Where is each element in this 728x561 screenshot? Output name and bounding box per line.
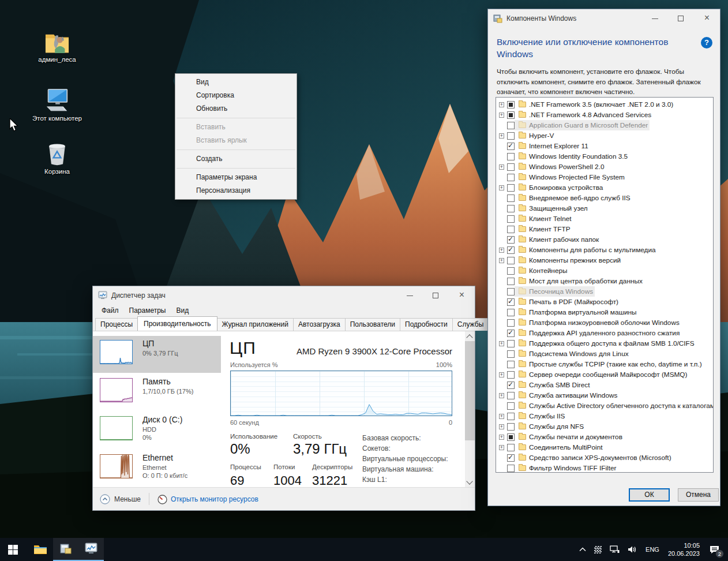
expand-icon[interactable]: +	[499, 258, 504, 263]
tray-grid-icon[interactable]	[590, 538, 606, 561]
feature-item[interactable]: +Клиент TFTP	[496, 224, 713, 234]
fewer-details-button[interactable]: Меньше	[100, 493, 141, 506]
scroll-up-icon[interactable]	[466, 334, 472, 341]
minimize-button[interactable]	[397, 286, 423, 305]
volume-icon[interactable]	[624, 538, 641, 561]
close-button[interactable]: ×	[694, 9, 720, 28]
perf-sidebar-item-disk[interactable]: Диск 0 (C:)HDD0%	[93, 412, 221, 449]
feature-item[interactable]: +Подсистема Windows для Linux	[496, 349, 713, 359]
feature-item[interactable]: +Соединитель MultiPoint	[496, 442, 713, 452]
cpu-usage-chart[interactable]	[230, 371, 452, 416]
tab-Журнал приложений[interactable]: Журнал приложений	[217, 318, 294, 331]
expand-icon[interactable]: +	[499, 133, 504, 139]
feature-checkbox[interactable]	[507, 278, 515, 285]
cancel-button[interactable]: Отмена	[678, 488, 719, 502]
feature-item[interactable]: +Компоненты для работы с мультимедиа	[496, 245, 713, 255]
feature-checkbox[interactable]	[507, 371, 515, 379]
expand-icon[interactable]: +	[499, 113, 504, 118]
expand-icon[interactable]: +	[499, 435, 504, 440]
feature-checkbox[interactable]	[507, 340, 515, 347]
feature-item[interactable]: +Средство записи XPS-документов (Microso…	[496, 452, 713, 463]
windows-features-titlebar[interactable]: Компоненты Windows ×	[488, 9, 720, 28]
feature-checkbox[interactable]	[507, 236, 515, 244]
clock[interactable]: 10:05 20.06.2023	[663, 541, 704, 558]
feature-checkbox[interactable]	[507, 215, 515, 223]
feature-item[interactable]: +Windows Identity Foundation 3.5	[496, 151, 713, 162]
feature-item[interactable]: +Платформа низкоуровневой оболочки Windo…	[496, 317, 713, 328]
feature-checkbox[interactable]	[507, 101, 515, 109]
help-icon[interactable]: ?	[701, 37, 712, 48]
feature-item[interactable]: +Блокировка устройства	[496, 182, 713, 193]
feature-item[interactable]: +Службы Active Directory облегченного до…	[496, 401, 713, 411]
maximize-button[interactable]	[668, 9, 694, 28]
feature-checkbox[interactable]	[507, 361, 515, 368]
feature-checkbox[interactable]	[507, 226, 515, 233]
ok-button[interactable]: ОК	[629, 488, 670, 502]
feature-checkbox[interactable]	[507, 174, 515, 181]
tray-chevron-icon[interactable]	[575, 538, 590, 561]
feature-item[interactable]: +Песочница Windows	[496, 286, 713, 297]
feature-checkbox[interactable]	[507, 465, 515, 472]
feature-checkbox[interactable]	[507, 111, 515, 119]
expand-icon[interactable]: +	[499, 164, 504, 170]
feature-checkbox[interactable]	[507, 153, 515, 160]
context-menu-item[interactable]: Персонализация	[175, 184, 297, 197]
feature-item[interactable]: +Платформа виртуальной машины	[496, 307, 713, 317]
menu-3[interactable]: Вид	[171, 305, 194, 317]
desktop-icon-3[interactable]: Корзина	[30, 141, 84, 175]
feature-checkbox[interactable]	[507, 288, 515, 296]
tab-Подробности[interactable]: Подробности	[400, 318, 453, 331]
minimize-button[interactable]	[642, 9, 668, 28]
feature-checkbox[interactable]	[507, 319, 515, 327]
expand-icon[interactable]: +	[499, 424, 504, 429]
feature-item[interactable]: +Компоненты прежних версий	[496, 255, 713, 265]
language-indicator[interactable]: ENG	[641, 538, 663, 561]
feature-checkbox[interactable]	[507, 330, 515, 337]
feature-checkbox[interactable]	[507, 143, 515, 150]
feature-checkbox[interactable]	[507, 309, 515, 316]
expand-icon[interactable]: +	[499, 414, 504, 419]
desktop[interactable]: админ_лесаЭтот компьютерКорзина ВидСорти…	[0, 0, 728, 561]
feature-checkbox[interactable]	[507, 423, 515, 431]
feature-item[interactable]: +Windows Projected File System	[496, 172, 713, 182]
feature-checkbox[interactable]	[507, 132, 515, 140]
perf-sidebar-item-memory[interactable]: Память1,7/10,0 ГБ (17%)	[93, 374, 221, 411]
scrollbar[interactable]	[465, 331, 475, 487]
feature-item[interactable]: +Поддержка API удаленного разностного сж…	[496, 328, 713, 338]
context-menu-item[interactable]: Создать	[175, 152, 297, 166]
feature-item[interactable]: +Application Guard в Microsoft Defender	[496, 120, 713, 130]
feature-item[interactable]: +.NET Framework 4.8 Advanced Services	[496, 110, 713, 120]
feature-checkbox[interactable]	[507, 246, 515, 254]
feature-checkbox[interactable]	[507, 402, 515, 410]
menu-2[interactable]: Параметры	[124, 305, 171, 317]
close-button[interactable]: ×	[449, 286, 475, 305]
feature-item[interactable]: +Простые службы TCPIP (такие как echo, d…	[496, 359, 713, 369]
feature-item[interactable]: +Служба SMB Direct	[496, 380, 713, 390]
feature-item[interactable]: +Internet Explorer 11	[496, 141, 713, 151]
perf-sidebar-item-ethernet[interactable]: EthernetEthernetО: 0 П: 0 кбит/с	[93, 450, 221, 487]
feature-checkbox[interactable]	[507, 122, 515, 129]
feature-checkbox[interactable]	[507, 298, 515, 306]
feature-checkbox[interactable]	[507, 382, 515, 389]
context-menu-item[interactable]: Параметры экрана	[175, 171, 297, 184]
feature-item[interactable]: +Службы для NFS	[496, 421, 713, 432]
feature-checkbox[interactable]	[507, 433, 515, 441]
network-icon[interactable]	[606, 538, 624, 561]
feature-item[interactable]: +.NET Framework 3.5 (включает .NET 2.0 и…	[496, 99, 713, 110]
context-menu-item[interactable]: Сортировка	[175, 89, 297, 102]
feature-checkbox[interactable]	[507, 392, 515, 399]
feature-item[interactable]: +Службы печати и документов	[496, 432, 713, 442]
features-list[interactable]: +.NET Framework 3.5 (включает .NET 2.0 и…	[496, 97, 714, 473]
feature-checkbox[interactable]	[507, 454, 515, 462]
maximize-button[interactable]	[423, 286, 449, 305]
feature-item[interactable]: +Hyper-V	[496, 130, 713, 141]
feature-checkbox[interactable]	[507, 257, 515, 264]
feature-checkbox[interactable]	[507, 163, 515, 171]
expand-icon[interactable]: +	[499, 248, 504, 253]
feature-item[interactable]: +Клиент Telnet	[496, 214, 713, 224]
feature-item[interactable]: +Службы IIS	[496, 411, 713, 421]
scroll-thumb[interactable]	[465, 341, 475, 440]
context-menu-item[interactable]: Обновить	[175, 102, 297, 115]
notification-center-icon[interactable]: 2	[704, 538, 728, 561]
feature-checkbox[interactable]	[507, 184, 515, 192]
